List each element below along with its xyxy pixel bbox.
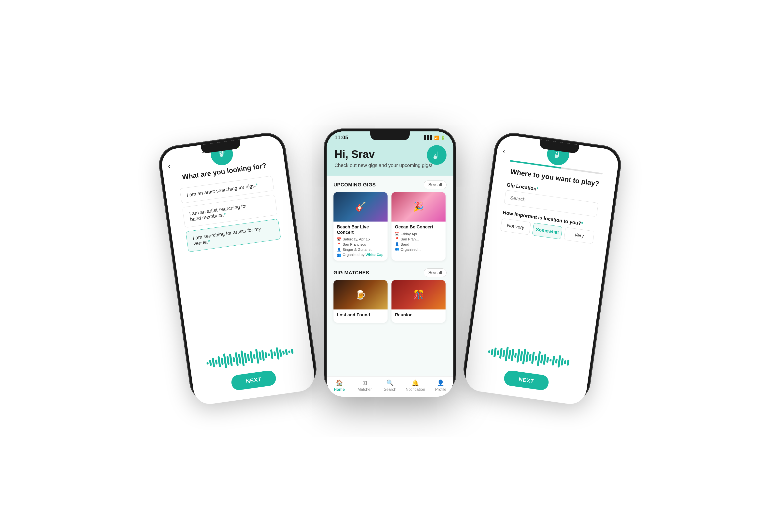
svg-rect-32	[285, 349, 288, 356]
svg-rect-58	[531, 352, 535, 364]
svg-rect-62	[543, 354, 546, 365]
status-icons-center: ▋▋▋ 📶 🔋	[424, 135, 445, 140]
nav-notification[interactable]: 🔔 Notification	[403, 379, 428, 392]
importance-not-very[interactable]: Not very	[500, 218, 531, 235]
option-text-3: I am searching for artists for my venue.	[192, 226, 261, 247]
svg-rect-48	[502, 350, 505, 357]
next-button-left[interactable]: NEXT	[230, 370, 277, 391]
gig-info-reunion: Reunion	[391, 310, 445, 323]
option-text-2: I am an artist searching forband members…	[189, 203, 247, 222]
nav-matcher[interactable]: ⊞ Matcher	[352, 379, 377, 392]
gig-card-ocean[interactable]: 🎉 Ocean Be Concert 📅 Friday Apr 📍 San Fr…	[391, 192, 445, 261]
importance-very[interactable]: Very	[564, 227, 594, 244]
svg-rect-8	[215, 360, 218, 365]
center-header: ♪ Hi, Srav Check out new gigs and your u…	[327, 142, 453, 176]
svg-rect-55	[522, 349, 526, 364]
svg-rect-17	[241, 351, 245, 366]
nav-matcher-label: Matcher	[357, 387, 372, 392]
nav-home[interactable]: 🏠 Home	[327, 379, 352, 392]
see-all-matches[interactable]: See all	[424, 268, 446, 277]
nav-notification-label: Notification	[406, 387, 425, 392]
svg-rect-60	[537, 351, 541, 366]
scene: 11:05 ▋▋▋ WiFi 🔋 ‹ ♪	[0, 0, 780, 532]
option-text-1: I am an artist searching for gigs.	[186, 183, 256, 198]
org-icon: 👥	[337, 253, 341, 257]
scroll-content: UPCOMING GIGS See all 🎸 Beach Bar Live C…	[327, 176, 453, 376]
battery-icon-c: 🔋	[441, 135, 445, 140]
importance-somewhat[interactable]: Somewhat	[532, 223, 563, 240]
gig-info-lost-found: Lost and Found	[334, 310, 388, 323]
svg-point-37	[434, 156, 437, 159]
gig-card-lost-found[interactable]: 🍺 Lost and Found	[334, 280, 388, 323]
person-icon-2: 👤	[395, 242, 399, 246]
bottom-nav: 🏠 Home ⊞ Matcher 🔍 Search 🔔 Notification…	[327, 376, 453, 397]
back-button-right[interactable]: ‹	[502, 147, 506, 155]
gig-title-reunion: Reunion	[395, 312, 442, 318]
svg-rect-5	[206, 362, 209, 365]
matcher-icon: ⊞	[362, 379, 367, 386]
svg-rect-27	[270, 349, 273, 359]
svg-rect-29	[276, 347, 280, 360]
gig-image-party: 🎉	[391, 192, 445, 221]
music-note-icon-center: ♪	[429, 148, 444, 162]
svg-rect-34	[291, 349, 294, 354]
svg-rect-31	[282, 351, 285, 355]
svg-rect-11	[223, 354, 227, 368]
svg-rect-19	[247, 354, 250, 361]
required-mark-1: *	[255, 182, 258, 188]
svg-rect-23	[258, 352, 262, 361]
profile-icon: 👤	[437, 379, 444, 386]
svg-rect-63	[546, 357, 549, 363]
svg-rect-54	[520, 351, 523, 361]
svg-rect-24	[261, 350, 265, 361]
location-icon-2: 📍	[395, 237, 399, 241]
gig-image-reunion: 🎊	[391, 280, 445, 310]
upcoming-gigs-label: UPCOMING GIGS	[334, 182, 376, 188]
nav-search[interactable]: 🔍 Search	[377, 379, 402, 392]
organizer-link[interactable]: White Cap	[365, 253, 383, 257]
svg-rect-9	[217, 356, 221, 367]
svg-rect-47	[499, 348, 502, 359]
gig-image-bar: 🍺	[334, 280, 388, 310]
calendar-icon: 📅	[337, 237, 341, 241]
home-icon: 🏠	[336, 379, 343, 386]
back-button-left[interactable]: ‹	[167, 162, 171, 170]
svg-rect-30	[279, 349, 282, 357]
wifi-icon-c: 📶	[434, 135, 439, 140]
nav-profile-label: Profile	[435, 387, 446, 392]
nav-profile[interactable]: 👤 Profile	[428, 379, 453, 392]
person-icon: 👤	[337, 248, 341, 252]
options-list: I am an artist searching for gigs.* I am…	[180, 176, 282, 256]
time-center: 11:05	[335, 135, 348, 141]
waveform-right	[484, 341, 575, 373]
svg-rect-66	[555, 358, 558, 364]
gig-info-ocean: Ocean Be Concert 📅 Friday Apr 📍 San Fran…	[391, 221, 445, 256]
gig-card-beach-bar[interactable]: 🎸 Beach Bar Live Concert 📅 Saturday, Apr…	[334, 192, 388, 261]
svg-rect-33	[288, 351, 290, 353]
svg-rect-10	[221, 357, 224, 365]
svg-rect-64	[549, 359, 552, 362]
svg-rect-12	[226, 356, 230, 365]
notification-icon: 🔔	[411, 379, 419, 386]
gig-title-ocean: Ocean Be Concert	[395, 224, 442, 230]
gig-card-reunion[interactable]: 🎊 Reunion	[391, 280, 445, 323]
avatar-center: ♪	[427, 145, 446, 165]
gig-title-lost-found: Lost and Found	[337, 312, 384, 318]
svg-rect-21	[253, 354, 255, 359]
right-screen: 11:05 ▋▋▋ 📶 🔋 ‹ ♪	[464, 134, 620, 406]
svg-rect-6	[209, 360, 212, 366]
svg-rect-53	[517, 349, 521, 363]
gig-role-ocean: 👤 Band	[395, 242, 442, 246]
svg-rect-7	[212, 357, 215, 367]
svg-rect-67	[557, 355, 561, 368]
svg-rect-45	[493, 347, 497, 357]
svg-rect-13	[229, 354, 233, 366]
next-button-right[interactable]: NEXT	[503, 370, 550, 391]
upcoming-gigs-header: UPCOMING GIGS See all	[327, 176, 453, 192]
see-all-upcoming[interactable]: See all	[424, 180, 446, 189]
svg-rect-49	[505, 347, 509, 362]
svg-rect-22	[255, 349, 259, 364]
svg-rect-25	[265, 352, 267, 358]
svg-rect-56	[525, 352, 529, 363]
waveform-left	[203, 341, 298, 374]
